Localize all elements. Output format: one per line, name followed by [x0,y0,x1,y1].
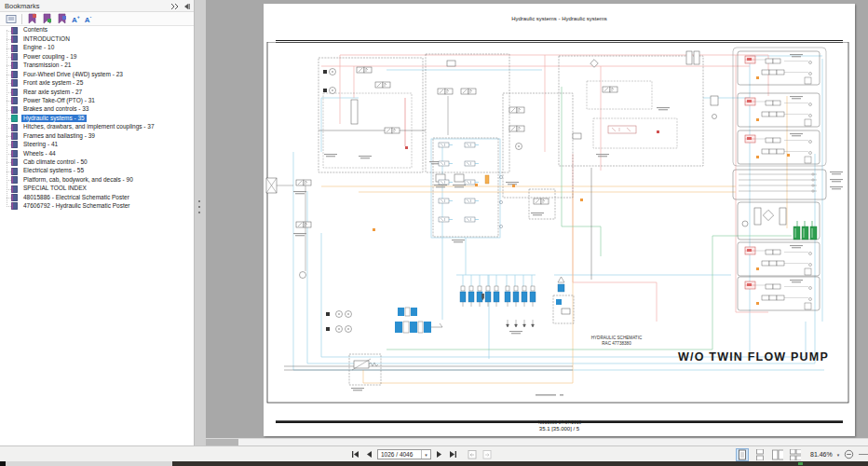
bookmark-label: Wheels - 44 [21,150,58,158]
schematic-label-line2: RAC 47738380 [602,341,631,346]
bookmark-label: Rear axle system - 27 [21,89,84,97]
bookmark-list: Contents INTRODUCTION Engine - 10 Power … [0,26,193,418]
bookmark-icon [11,27,18,34]
zoom-slider[interactable] [859,450,868,459]
bookmark-label: 47606792 - Hydraulic Schematic Poster [21,202,132,211]
bookmark-label: Brakes and controls - 33 [21,105,90,114]
bookmark-icon [11,132,18,140]
single-page-icon[interactable] [736,448,749,461]
bookmarks-panel-header: Bookmarks [0,0,194,12]
bookmark-item[interactable]: Electrical systems - 55 [0,167,193,175]
bookmark-icon [11,35,18,43]
status-bar: 1026 / 4046 ▾ 81.46% ▾ [0,445,868,461]
horizontal-scrollbar[interactable] [206,438,868,445]
bookmark-icon [11,89,18,96]
bookmark-item[interactable]: 48015886 - Electrical Schematic Poster [0,193,193,201]
schematic-drawing: HYDRAULIC SCHEMATIC RAC 47738380 W/O TWI… [265,42,852,405]
bookmark-item[interactable]: Wheels - 44 [0,149,193,158]
bookmark-icon [11,124,18,131]
collapse-panel-icon[interactable] [183,3,190,10]
bookmark-item[interactable]: Hitches, drawbars, and implement couplin… [0,123,193,131]
document-page: Hydraulic systems - Hydraulic systems [264,4,855,436]
bookmark-icon [11,176,18,184]
pdf-viewer-window: Bookmarks A+ A- Contents INTRODUCTION [0,0,868,466]
bookmark-item[interactable]: SPECIAL TOOL INDEX [0,185,193,193]
bookmark-label: Front axle system - 25 [21,79,85,88]
bookmark-icon [11,106,18,114]
bookmark-label: Transmission - 21 [21,62,73,70]
bookmark-icon [11,202,18,210]
panel-splitter[interactable] [194,0,207,445]
add-bookmark-icon[interactable] [42,13,52,24]
continuous-page-icon[interactable] [753,448,766,461]
bookmark-settings-icon[interactable] [57,13,67,24]
increase-text-size-icon[interactable]: A+ [72,12,80,25]
zoom-slider-track [859,454,868,455]
first-page-button[interactable] [351,450,360,459]
page-footer-pagenumber: 35.1 [35.000] / 5 [264,426,855,432]
options-icon[interactable] [6,14,17,24]
bookmark-icon [11,79,18,87]
bookmark-label: Hitches, drawbars, and implement couplin… [21,123,156,131]
next-view-button[interactable] [481,449,493,459]
bookmark-item[interactable]: Hydraulic systems - 35 [0,114,193,122]
bookmark-label: Hydraulic systems - 35 [21,115,87,123]
bookmark-label: 48015886 - Electrical Schematic Poster [21,194,131,202]
page-header-text: Hydraulic systems - Hydraulic systems [264,16,855,21]
panel-menu-icon[interactable] [170,3,179,10]
bookmark-label: Cab climate control - 50 [21,158,89,167]
bookmark-icon [11,194,18,201]
bookmark-item[interactable]: Power Take-Off (PTO) - 31 [0,97,193,105]
bookmark-item[interactable]: Frames and ballasting - 39 [0,131,193,140]
zoom-out-icon[interactable] [844,449,854,459]
bookmark-label: Engine - 10 [21,44,56,52]
page-dropdown-icon[interactable]: ▾ [421,450,430,459]
bookmark-icon [11,97,18,104]
zoom-percent-value: 81.46% [810,451,833,458]
bookmark-item[interactable]: Contents [0,26,193,34]
bookmark-item[interactable]: Cab climate control - 50 [0,158,193,167]
expand-bookmark-icon[interactable] [27,13,37,24]
schematic-big-label: W/O TWIN FLOW PUMP [678,350,829,363]
bookmark-item[interactable]: Transmission - 21 [0,62,193,70]
bookmark-icon [11,141,18,148]
bookmark-icon [11,158,18,166]
bookmark-item[interactable]: Brakes and controls - 33 [0,105,193,114]
last-page-button[interactable] [448,450,457,459]
bookmark-item[interactable]: 47606792 - Hydraulic Schematic Poster [0,202,193,211]
previous-view-button[interactable] [467,449,478,459]
next-page-button[interactable] [435,450,444,459]
bookmark-label: INTRODUCTION [21,35,72,44]
bookmark-icon [11,71,18,78]
decrease-text-size-icon[interactable]: A- [85,12,91,25]
schematic-label-line1: HYDRAULIC SCHEMATIC [591,336,643,340]
zoom-dropdown-icon[interactable]: ▾ [837,452,840,458]
bookmark-item[interactable]: INTRODUCTION [0,34,193,43]
zoom-controls: 81.46% ▾ [736,446,868,462]
two-page-icon[interactable] [771,448,784,461]
bookmark-label: Frames and ballasting - 39 [21,132,97,141]
two-page-continuous-icon[interactable] [789,448,802,461]
bookmark-label: SPECIAL TOOL INDEX [21,185,88,193]
bookmark-label: Electrical systems - 55 [21,167,86,175]
bookmark-label: Power coupling - 19 [21,53,78,62]
bookmark-icon [11,62,18,69]
page-navigation: 1026 / 4046 ▾ [351,446,493,462]
page-number-input[interactable]: 1026 / 4046 ▾ [377,449,431,459]
bookmark-icon [11,53,18,61]
bookmark-item[interactable]: Rear axle system - 27 [0,88,193,96]
bookmark-item[interactable]: Power coupling - 19 [0,52,193,61]
taskbar-strip [0,461,868,466]
bookmark-label: Steering - 41 [21,141,60,149]
bookmark-item[interactable]: Front axle system - 25 [0,79,193,88]
taskbar-indicator [798,462,803,465]
bookmark-item[interactable]: Engine - 10 [0,44,193,52]
bookmark-item[interactable]: Four-Wheel Drive (4WD) system - 23 [0,70,193,78]
bookmark-item[interactable]: Steering - 41 [0,141,193,149]
bookmark-icon [11,185,18,193]
bookmark-item[interactable]: Platform, cab, bodywork, and decals - 90 [0,175,193,184]
previous-page-button[interactable] [364,450,373,459]
bookmark-label: Contents [21,26,49,34]
bookmark-label: Power Take-Off (PTO) - 31 [21,97,97,105]
bookmarks-panel: Bookmarks A+ A- Contents INTRODUCTION [0,0,195,445]
